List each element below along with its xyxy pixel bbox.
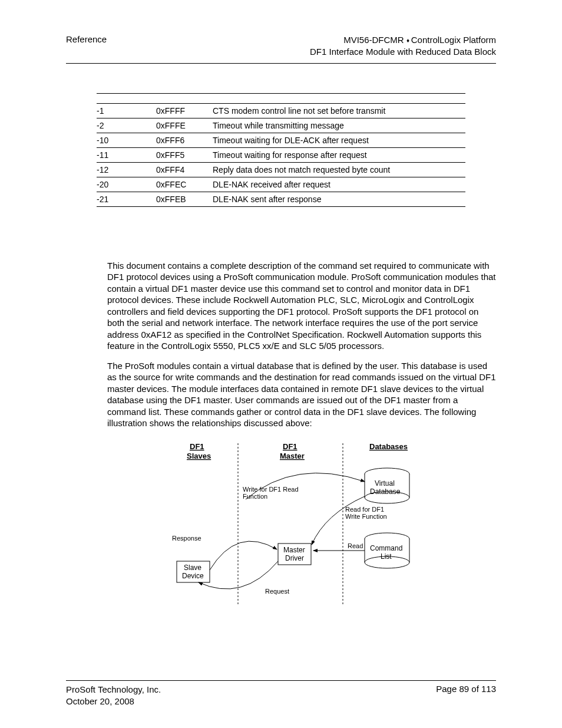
body-text: This document contains a complete descri… xyxy=(107,260,496,608)
cell-hex: 0xFFFE xyxy=(156,118,213,133)
cell-desc: DLE-NAK received after request xyxy=(213,177,465,192)
page-header: Reference MVI56-DFCMR ♦ ControlLogix Pla… xyxy=(66,34,496,64)
write-label-2: Function xyxy=(243,493,267,500)
footer-left: ProSoft Technology, Inc. October 20, 200… xyxy=(66,684,161,707)
table-row: -20 0xFFEC DLE-NAK received after reques… xyxy=(97,177,465,192)
table-row: -2 0xFFFE Timeout while transmitting mes… xyxy=(97,118,465,133)
cell-desc: Timeout while transmitting message xyxy=(213,118,465,133)
paragraph-2: The ProSoft modules contain a virtual da… xyxy=(107,360,496,429)
header-right: MVI56-DFCMR ♦ ControlLogix Platform DF1 … xyxy=(310,34,496,58)
read-arrow-label: Read xyxy=(348,542,363,549)
master-driver-label-2: Driver xyxy=(285,554,304,562)
diagram-wrap: DF1 Slaves DF1 Master Databases Virtual … xyxy=(107,437,496,608)
paragraph-1: This document contains a complete descri… xyxy=(107,260,496,352)
cell-desc: CTS modem control line not set before tr… xyxy=(213,104,465,118)
virtual-db-label-1: Virtual xyxy=(375,479,395,487)
page-footer: ProSoft Technology, Inc. October 20, 200… xyxy=(66,680,496,707)
cell-desc: DLE-NAK sent after response xyxy=(213,192,465,206)
table-top-rule-2 xyxy=(97,100,465,104)
command-list-label-2: List xyxy=(381,552,392,561)
response-label: Response xyxy=(172,535,201,542)
cell-hex: 0xFFF6 xyxy=(156,133,213,147)
cell-hex: 0xFFF5 xyxy=(156,147,213,162)
command-list-label-1: Command xyxy=(370,544,402,552)
module-desc: DF1 Interface Module with Reduced Data B… xyxy=(310,47,496,57)
cell-dec: -21 xyxy=(97,192,156,206)
cell-dec: -10 xyxy=(97,133,156,147)
table-row: -11 0xFFF5 Timeout waiting for response … xyxy=(97,147,465,162)
cell-hex: 0xFFF4 xyxy=(156,162,213,177)
write-label-1: Write for DF1 Read xyxy=(243,486,299,493)
heading-slaves-2: Slaves xyxy=(187,452,211,460)
cell-dec: -12 xyxy=(97,162,156,177)
error-code-table-wrap: -1 0xFFFF CTS modem control line not set… xyxy=(97,93,465,207)
cell-dec: -20 xyxy=(97,177,156,192)
diamond-icon: ♦ xyxy=(406,37,411,44)
footer-date: October 20, 2008 xyxy=(66,696,134,706)
read-write-label-2: Write Function xyxy=(345,513,387,520)
footer-page: Page 89 of 113 xyxy=(436,684,496,707)
heading-master-2: Master xyxy=(280,452,305,460)
table-row: -1 0xFFFF CTS modem control line not set… xyxy=(97,104,465,118)
cell-dec: -1 xyxy=(97,104,156,118)
table-row: -21 0xFFEB DLE-NAK sent after response xyxy=(97,192,465,206)
page: Reference MVI56-DFCMR ♦ ControlLogix Pla… xyxy=(0,0,562,728)
slave-device-label-2: Device xyxy=(182,572,204,580)
error-code-table: -1 0xFFFF CTS modem control line not set… xyxy=(97,104,465,207)
request-label: Request xyxy=(265,588,289,595)
cell-desc: Reply data does not match requested byte… xyxy=(213,162,465,177)
table-row: -12 0xFFF4 Reply data does not match req… xyxy=(97,162,465,177)
heading-slaves-1: DF1 xyxy=(190,442,204,451)
master-driver-label-1: Master xyxy=(283,546,305,554)
slave-device-label-1: Slave xyxy=(184,564,201,572)
cell-dec: -11 xyxy=(97,147,156,162)
cell-hex: 0xFFEC xyxy=(156,177,213,192)
platform-name: ControlLogix Platform xyxy=(411,35,496,45)
cell-hex: 0xFFEB xyxy=(156,192,213,206)
table-row: -10 0xFFF6 Timeout waiting for DLE-ACK a… xyxy=(97,133,465,147)
cell-hex: 0xFFFF xyxy=(156,104,213,118)
footer-company: ProSoft Technology, Inc. xyxy=(66,684,161,694)
read-write-label-1: Read for DF1 xyxy=(345,506,384,513)
table-top-rule xyxy=(97,93,465,100)
heading-databases: Databases xyxy=(369,442,408,451)
product-name: MVI56-DFCMR xyxy=(343,35,404,45)
df1-diagram: DF1 Slaves DF1 Master Databases Virtual … xyxy=(166,437,437,608)
cell-desc: Timeout waiting for DLE-ACK after reques… xyxy=(213,133,465,147)
cell-dec: -2 xyxy=(97,118,156,133)
cell-desc: Timeout waiting for response after reque… xyxy=(213,147,465,162)
heading-master-1: DF1 xyxy=(283,442,297,451)
virtual-db-label-2: Database xyxy=(370,487,401,496)
header-left: Reference xyxy=(66,34,107,44)
